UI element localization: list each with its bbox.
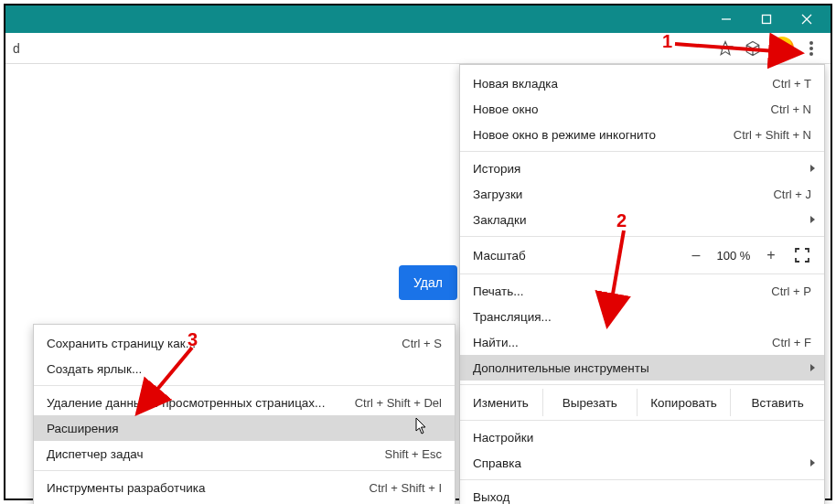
menu-help[interactable]: Справка [460,450,824,476]
window-titlebar [5,5,831,33]
submenu-create-shortcut[interactable]: Создать ярлык... [34,356,455,381]
callout-1: 1 [662,31,672,52]
menu-history[interactable]: История [460,155,824,181]
toolbar: d [5,33,831,64]
star-icon[interactable] [713,37,737,60]
menu-print[interactable]: Печать...Ctrl + P [460,278,824,304]
kebab-menu-button[interactable] [798,35,825,62]
svg-point-7 [809,52,813,56]
svg-point-5 [809,41,813,45]
svg-marker-4 [719,41,733,54]
menu-zoom: Масштаб – 100 % + [460,241,824,270]
edit-paste-button[interactable]: Вставить [730,389,824,416]
menu-edit-row: Изменить Вырезать Копировать Вставить [460,389,824,416]
zoom-value: 100 % [709,249,758,263]
zoom-in-button[interactable]: + [758,247,784,263]
menu-cast[interactable]: Трансляция... [460,304,824,329]
svg-point-6 [809,47,813,50]
extensions-cube-icon[interactable] [741,37,765,60]
menu-downloads[interactable]: ЗагрузкиCtrl + J [460,181,824,207]
menu-exit[interactable]: Выход [460,484,824,504]
submenu-dev-tools[interactable]: Инструменты разработчикаCtrl + Shift + I [34,475,455,500]
submenu-save-page[interactable]: Сохранить страницу как...Ctrl + S [34,330,455,356]
more-tools-submenu: Сохранить страницу как...Ctrl + S Создат… [33,324,456,504]
submenu-task-manager[interactable]: Диспетчер задачShift + Esc [34,441,455,466]
profile-avatar[interactable] [770,37,794,60]
maximize-button[interactable] [746,5,787,33]
menu-more-tools[interactable]: Дополнительные инструменты [460,355,824,381]
chevron-right-icon [810,165,815,172]
menu-settings[interactable]: Настройки [460,424,824,450]
chevron-right-icon [810,364,815,371]
cursor-icon [415,417,428,435]
menu-bookmarks[interactable]: Закладки [460,207,824,232]
chevron-right-icon [810,216,815,223]
menu-find[interactable]: Найти...Ctrl + F [460,329,824,355]
menu-new-window[interactable]: Новое окноCtrl + N [460,96,824,122]
minimize-button[interactable] [706,5,746,33]
close-button[interactable] [787,5,827,33]
chevron-right-icon [810,459,815,466]
fullscreen-icon[interactable] [793,246,811,264]
delete-button[interactable]: Удал [399,265,457,300]
edit-cut-button[interactable]: Вырезать [542,389,637,416]
address-bar[interactable]: d [5,36,710,61]
callout-3: 3 [188,329,198,350]
main-menu: Новая вкладкаCtrl + T Новое окноCtrl + N… [459,64,825,504]
zoom-out-button[interactable]: – [683,247,709,263]
callout-2: 2 [616,210,627,231]
submenu-extensions[interactable]: Расширения [34,415,455,441]
menu-incognito[interactable]: Новое окно в режиме инкогнитоCtrl + Shif… [460,122,824,147]
edit-copy-button[interactable]: Копировать [637,389,731,416]
menu-new-tab[interactable]: Новая вкладкаCtrl + T [460,70,824,96]
svg-rect-1 [763,16,771,24]
submenu-clear-data[interactable]: Удаление данных о просмотренных страница… [34,390,455,415]
